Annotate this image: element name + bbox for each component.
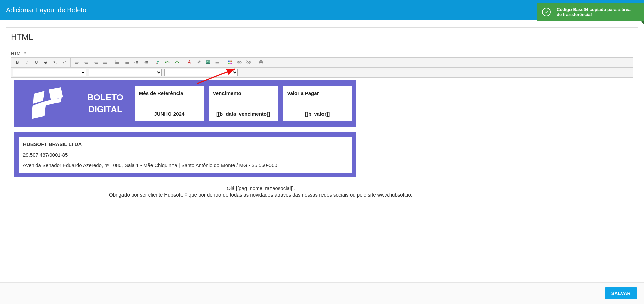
insert-image-button[interactable] — [203, 59, 213, 66]
font-size-select[interactable] — [164, 69, 238, 76]
superscript-button[interactable]: x2 — [60, 59, 69, 66]
subscript-button[interactable]: x2 — [50, 59, 60, 66]
print-button[interactable] — [256, 59, 266, 66]
font-family-select[interactable] — [89, 69, 162, 76]
boleto-header-block: BOLETODIGITAL Mês de Referência JUNHO 20… — [14, 80, 356, 127]
font-color-button[interactable] — [185, 59, 194, 66]
company-logo — [19, 86, 76, 121]
company-address: Avenida Senador Eduardo Azeredo, nº 1080… — [23, 162, 348, 168]
block-format-select[interactable] — [13, 69, 86, 76]
card-vencimento: Vencimento [[b_data_vencimento]] — [209, 86, 278, 121]
editor-toolbar-selects — [11, 68, 633, 78]
insert-link-button[interactable] — [235, 59, 244, 66]
editor-content-area[interactable]: BOLETODIGITAL Mês de Referência JUNHO 20… — [11, 78, 633, 213]
page-title: Adicionar Layout de Boleto — [6, 6, 86, 14]
company-name: HUBSOFT BRASIL LTDA — [23, 141, 348, 147]
align-right-button[interactable] — [91, 59, 100, 66]
ordered-list-button[interactable] — [113, 59, 122, 66]
editor-toolbar: B I U S x2 x2 — [11, 58, 633, 68]
boleto-title: BOLETODIGITAL — [81, 86, 130, 121]
card-label: Mês de Referência — [139, 90, 200, 96]
check-icon — [542, 8, 551, 16]
align-justify-button[interactable] — [100, 59, 110, 66]
toast-notification: Código Base64 copiado para a área de tra… — [537, 3, 644, 21]
card-value: [[b_data_vencimento]] — [213, 111, 274, 117]
outdent-button[interactable] — [132, 59, 141, 66]
strikethrough-button[interactable]: S — [41, 59, 50, 66]
save-button[interactable]: SALVAR — [605, 287, 637, 299]
greeting-text: Olá [[pag_nome_razaosocial]]. Obrigado p… — [14, 185, 507, 198]
card-label: Vencimento — [213, 90, 274, 96]
remove-format-button[interactable] — [153, 59, 163, 66]
underline-button[interactable]: U — [32, 59, 41, 66]
card-value: [[b_valor]] — [287, 111, 348, 117]
horizontal-rule-button[interactable] — [213, 59, 222, 66]
unlink-button[interactable] — [244, 59, 253, 66]
toast-message: Código Base64 copiado para a área de tra… — [557, 7, 637, 17]
unordered-list-button[interactable] — [122, 59, 132, 66]
card-label: Valor a Pagar — [287, 90, 348, 96]
indent-button[interactable] — [141, 59, 150, 66]
align-left-button[interactable] — [72, 59, 82, 66]
toast-corner — [641, 21, 644, 24]
card-value: JUNHO 2024 — [139, 111, 200, 117]
field-label: HTML * — [11, 51, 633, 56]
special-char-button[interactable] — [225, 59, 235, 66]
bold-button[interactable]: B — [13, 59, 22, 66]
svg-point-1 — [207, 61, 208, 62]
undo-button[interactable] — [163, 59, 172, 66]
panel-title: HTML — [11, 32, 633, 42]
company-cnpj: 29.507.487/0001-85 — [23, 152, 348, 158]
page-footer: SALVAR — [0, 282, 644, 304]
rich-text-editor: B I U S x2 x2 — [11, 57, 633, 213]
card-mes-referencia: Mês de Referência JUNHO 2024 — [135, 86, 204, 121]
card-valor: Valor a Pagar [[b_valor]] — [283, 86, 352, 121]
html-panel: HTML HTML * B I U S x2 x2 — [6, 27, 638, 213]
company-block: HUBSOFT BRASIL LTDA 29.507.487/0001-85 A… — [14, 132, 356, 177]
background-color-button[interactable] — [194, 59, 203, 66]
redo-button[interactable] — [172, 59, 182, 66]
align-center-button[interactable] — [82, 59, 91, 66]
italic-button[interactable]: I — [22, 59, 32, 66]
